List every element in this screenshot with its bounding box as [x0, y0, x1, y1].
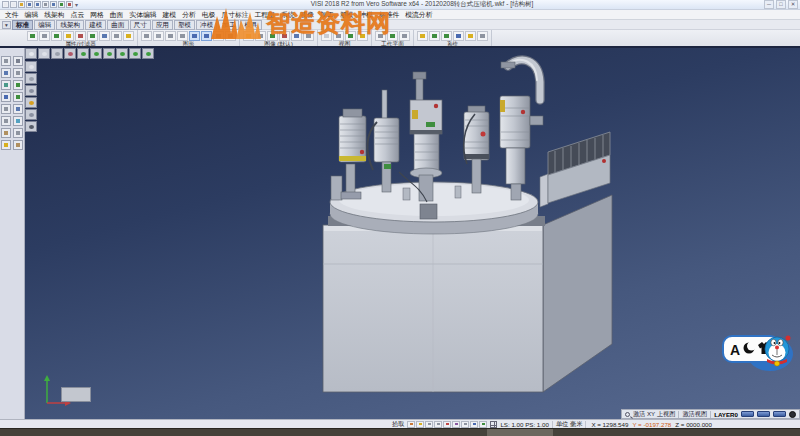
ribbon-group-0-tool-8-icon[interactable] — [123, 31, 134, 41]
snap-1-icon[interactable] — [416, 421, 424, 428]
quick-access-4-icon[interactable] — [34, 1, 41, 8]
view-option-5-icon[interactable] — [25, 121, 37, 132]
ribbon-group-0-tool-4-icon[interactable] — [75, 31, 86, 41]
ribbon-group-1-tool-4-icon[interactable] — [189, 31, 200, 41]
view-orient-9-icon[interactable] — [142, 48, 154, 59]
ribbon-group-4-tool-0-icon[interactable] — [375, 31, 386, 41]
ribbon-tab-2[interactable]: 线架构 — [56, 20, 84, 30]
layer-button-1[interactable] — [741, 411, 754, 417]
quick-access-7-icon[interactable] — [58, 1, 65, 8]
ribbon-group-2-tool-3-icon[interactable] — [279, 31, 290, 41]
menu-item-12[interactable]: 系统 — [278, 10, 298, 20]
snap-0-icon[interactable] — [407, 421, 415, 428]
snap-4-icon[interactable] — [443, 421, 451, 428]
ribbon-group-4-tool-1-icon[interactable] — [387, 31, 398, 41]
active-view-label[interactable]: 激活视图 — [682, 410, 707, 419]
left-tool-4-icon[interactable] — [1, 80, 11, 90]
left-tool-11-icon[interactable] — [13, 116, 23, 126]
ribbon-group-1-tool-0-icon[interactable] — [141, 31, 152, 41]
ribbon-tab-4[interactable]: 曲面 — [107, 20, 128, 30]
ribbon-tab-10[interactable]: 模具 — [240, 20, 261, 30]
magnifier-icon[interactable] — [625, 412, 630, 417]
taskbar-segment[interactable] — [487, 429, 553, 436]
ribbon-group-1-tool-6-icon[interactable] — [213, 31, 224, 41]
ribbon-group-2-tool-2-icon[interactable] — [267, 31, 278, 41]
ribbon-group-5-tool-0-icon[interactable] — [417, 31, 428, 41]
menu-item-11[interactable]: 工程图 — [252, 10, 278, 20]
left-tool-2-icon[interactable] — [1, 68, 11, 78]
ribbon-group-2-tool-0-icon[interactable] — [243, 31, 254, 41]
view-orient-8-icon[interactable] — [129, 48, 141, 59]
snap-8-icon[interactable] — [479, 421, 487, 428]
view-option-0-icon[interactable] — [25, 61, 37, 72]
ribbon-group-1-tool-7-icon[interactable] — [225, 31, 236, 41]
menu-item-8[interactable]: 分析 — [179, 10, 199, 20]
menu-item-6[interactable]: 实体编辑 — [126, 10, 159, 20]
menu-item-2[interactable]: 线架构 — [41, 10, 67, 20]
view-orient-5-icon[interactable] — [90, 48, 102, 59]
ribbon-group-5-tool-3-icon[interactable] — [453, 31, 464, 41]
view-orient-2-icon[interactable] — [51, 48, 63, 59]
left-tool-13-icon[interactable] — [13, 128, 23, 138]
quick-access-8-icon[interactable] — [66, 1, 73, 8]
ribbon-tab-8[interactable]: 冲模 — [196, 20, 217, 30]
quick-access-0-icon[interactable] — [2, 1, 9, 8]
ribbon-group-0-tool-2-icon[interactable] — [51, 31, 62, 41]
ribbon-tab-1[interactable]: 编辑 — [34, 20, 55, 30]
quick-access-overflow-icon[interactable]: ▾ — [75, 1, 78, 8]
ribbon-group-3-tool-0-icon[interactable] — [321, 31, 332, 41]
ribbon-group-3-tool-2-icon[interactable] — [345, 31, 356, 41]
left-tool-1-icon[interactable] — [13, 56, 23, 66]
ribbon-group-2-tool-1-icon[interactable] — [255, 31, 266, 41]
quick-access-6-icon[interactable] — [50, 1, 57, 8]
menu-item-0[interactable]: 文件 — [2, 10, 22, 20]
active-view-mode[interactable]: 激活 XY 上视图 — [633, 410, 676, 419]
menu-item-1[interactable]: 编辑 — [22, 10, 42, 20]
snap-2-icon[interactable] — [425, 421, 433, 428]
ribbon-group-0-tool-6-icon[interactable] — [99, 31, 110, 41]
ribbon-group-1-tool-1-icon[interactable] — [153, 31, 164, 41]
menu-item-9[interactable]: 电极 — [199, 10, 219, 20]
menu-item-3[interactable]: 点云 — [68, 10, 88, 20]
snap-6-icon[interactable] — [461, 421, 469, 428]
left-tool-5-icon[interactable] — [13, 80, 23, 90]
view-orient-3-icon[interactable] — [64, 48, 76, 59]
cad-model-rotary-compressor[interactable] — [315, 52, 625, 402]
menu-item-7[interactable]: 建模 — [160, 10, 180, 20]
view-orient-7-icon[interactable] — [116, 48, 128, 59]
view-orient-0-icon[interactable] — [25, 48, 37, 59]
menu-item-5[interactable]: 曲面 — [107, 10, 127, 20]
view-option-3-icon[interactable] — [25, 97, 37, 108]
left-tool-8-icon[interactable] — [1, 104, 11, 114]
tab-overflow-icon[interactable]: ▾ — [2, 21, 11, 29]
ribbon-group-0-tool-0-icon[interactable] — [27, 31, 38, 41]
snap-3-icon[interactable] — [434, 421, 442, 428]
layer-button-2[interactable] — [757, 411, 770, 417]
ribbon-tab-9[interactable]: 加工 — [218, 20, 239, 30]
menu-item-16[interactable]: 冲模 — [356, 10, 376, 20]
active-layer[interactable]: LAYER0 — [714, 411, 738, 418]
ribbon-group-1-tool-5-icon[interactable] — [201, 31, 212, 41]
quick-access-1-icon[interactable] — [10, 1, 17, 8]
ribbon-group-0-tool-3-icon[interactable] — [63, 31, 74, 41]
menu-item-14[interactable]: 加工 — [317, 10, 337, 20]
view-option-2-icon[interactable] — [25, 85, 37, 96]
ribbon-tab-6[interactable]: 应用 — [152, 20, 173, 30]
ribbon-group-4-tool-2-icon[interactable] — [399, 31, 410, 41]
ribbon-group-5-tool-4-icon[interactable] — [465, 31, 476, 41]
ribbon-group-2-tool-5-icon[interactable] — [303, 31, 314, 41]
ribbon-tab-3[interactable]: 建模 — [85, 20, 106, 30]
doraemon-widget[interactable]: A — [722, 328, 794, 374]
left-tool-12-icon[interactable] — [1, 128, 11, 138]
minimize-button[interactable]: ─ — [764, 0, 774, 9]
viewport-3d[interactable]: A — [25, 48, 800, 419]
ribbon-group-2-tool-4-icon[interactable] — [291, 31, 302, 41]
left-tool-10-icon[interactable] — [1, 116, 11, 126]
view-option-1-icon[interactable] — [25, 73, 37, 84]
grid-toggle-icon[interactable] — [490, 421, 497, 428]
ribbon-group-5-tool-5-icon[interactable] — [477, 31, 488, 41]
ribbon-group-0-tool-5-icon[interactable] — [87, 31, 98, 41]
left-tool-7-icon[interactable] — [13, 92, 23, 102]
ribbon-group-1-tool-2-icon[interactable] — [165, 31, 176, 41]
left-tool-15-icon[interactable] — [13, 140, 23, 150]
